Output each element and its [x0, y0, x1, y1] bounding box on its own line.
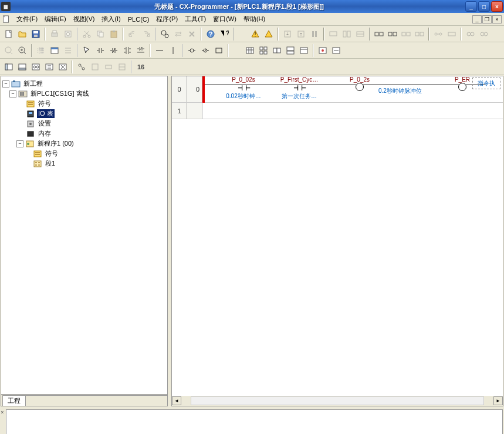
- coil-1[interactable]: P_0_2s: [342, 76, 377, 91]
- maximize-button[interactable]: □: [478, 1, 490, 12]
- link1-button[interactable]: [464, 28, 477, 41]
- scroll-right-button[interactable]: ►: [493, 396, 503, 405]
- print-button[interactable]: [48, 28, 61, 41]
- segment2-button[interactable]: [386, 28, 399, 41]
- menu-insert[interactable]: 插入(I): [98, 14, 124, 25]
- trace-button[interactable]: [354, 28, 367, 41]
- warning-button[interactable]: !: [249, 28, 262, 41]
- replace-button[interactable]: [172, 28, 185, 41]
- collapse-icon[interactable]: −: [16, 140, 23, 147]
- minimize-button[interactable]: _: [465, 1, 477, 12]
- view4-button[interactable]: [43, 60, 56, 73]
- contact-nc-button[interactable]: [107, 44, 120, 57]
- section4-button[interactable]: [116, 60, 128, 73]
- mdi-minimize-button[interactable]: _: [472, 15, 482, 23]
- scroll-left-button[interactable]: ◄: [172, 396, 181, 405]
- contact-no-button[interactable]: [94, 44, 107, 57]
- delete-button[interactable]: [185, 28, 198, 41]
- rung-body[interactable]: P_0_02s ⊣ ⊢ 0.02秒时钟… P_First_Cyc… ⊣ ⊢ 第一…: [202, 76, 503, 103]
- copy-button[interactable]: [94, 28, 107, 41]
- network1-button[interactable]: [432, 28, 445, 41]
- link2-button[interactable]: [478, 28, 491, 41]
- section3-button[interactable]: [102, 60, 115, 73]
- tree-memory[interactable]: 内存: [2, 129, 166, 139]
- view3-button[interactable]: [29, 60, 42, 73]
- zoom-out-button[interactable]: [2, 44, 15, 57]
- new-button[interactable]: [2, 28, 15, 41]
- print-preview-button[interactable]: [62, 28, 75, 41]
- menu-help[interactable]: 帮助(H): [240, 14, 269, 25]
- tree-symbols[interactable]: 符号: [2, 99, 166, 109]
- redo-button[interactable]: [140, 28, 153, 41]
- tree-plc[interactable]: − 新PLC1[CS1G] 离线: [2, 89, 166, 99]
- list-button[interactable]: [62, 44, 75, 57]
- contact-or-button[interactable]: [121, 44, 134, 57]
- mdi-close-button[interactable]: ×: [492, 15, 502, 23]
- select-button[interactable]: [80, 44, 93, 57]
- segment4-button[interactable]: [413, 28, 426, 41]
- network2-button[interactable]: [445, 28, 458, 41]
- tab-project[interactable]: 工程: [2, 395, 26, 406]
- instruction-button[interactable]: [212, 44, 225, 57]
- section1-button[interactable]: [75, 60, 88, 73]
- zoom-in-button[interactable]: [16, 44, 29, 57]
- collapse-icon[interactable]: −: [2, 80, 9, 88]
- menu-window[interactable]: 窗口(W): [209, 14, 240, 25]
- grid-button[interactable]: [35, 44, 48, 57]
- contact-2[interactable]: P_First_Cyc… ⊣ ⊢ 第一次任务…: [273, 76, 326, 100]
- tree-prog-symbols[interactable]: 符号: [2, 149, 166, 159]
- vertical-splitter[interactable]: [168, 75, 171, 407]
- view2-button[interactable]: [16, 60, 29, 73]
- coil-nc-button[interactable]: [199, 44, 212, 57]
- scroll-track[interactable]: [191, 396, 484, 405]
- cross-ref-button[interactable]: [243, 44, 256, 57]
- online-button[interactable]: [262, 28, 275, 41]
- view5-button[interactable]: [56, 60, 69, 73]
- ladder-scroll-h[interactable]: ◄ ►: [172, 396, 503, 406]
- save-button[interactable]: [29, 28, 42, 41]
- segment1-button[interactable]: [373, 28, 385, 41]
- instruction-box[interactable]: 指令执: [472, 78, 500, 89]
- tree-settings[interactable]: 设置: [2, 119, 166, 129]
- coil-button[interactable]: [185, 44, 198, 57]
- menu-tools[interactable]: 工具(T): [181, 14, 209, 25]
- pause-button[interactable]: [308, 28, 321, 41]
- section2-button[interactable]: [89, 60, 102, 73]
- paste-button[interactable]: [107, 28, 120, 41]
- address-button[interactable]: [316, 44, 329, 57]
- tree-root[interactable]: − 新工程: [2, 79, 166, 89]
- info-button[interactable]: ?: [204, 28, 217, 41]
- radix-16-button[interactable]: 16: [134, 60, 147, 73]
- watch-window-button[interactable]: [297, 44, 310, 57]
- tile-button[interactable]: [257, 44, 270, 57]
- output-pane[interactable]: [6, 409, 503, 434]
- menu-plc[interactable]: PLC(C): [124, 15, 153, 24]
- mnemonic-button[interactable]: [330, 44, 343, 57]
- menu-program[interactable]: 程序(P): [153, 14, 181, 25]
- monitor-button[interactable]: [327, 28, 340, 41]
- output-button[interactable]: [284, 44, 297, 57]
- collapse-icon[interactable]: −: [9, 90, 16, 97]
- tree-iotable[interactable]: IO 表: [2, 109, 166, 119]
- contact-ornc-button[interactable]: [134, 44, 147, 57]
- menu-view[interactable]: 视图(V): [70, 14, 99, 25]
- open-button[interactable]: [16, 28, 29, 41]
- download-button[interactable]: [281, 28, 294, 41]
- line-h-button[interactable]: [153, 44, 166, 57]
- cut-button[interactable]: [80, 28, 93, 41]
- window-button[interactable]: [48, 44, 61, 57]
- ladder-area[interactable]: 0 0 P_0_02s ⊣ ⊢ 0.02秒时钟… P_First_Cyc…: [172, 76, 503, 396]
- close-button[interactable]: ×: [491, 1, 503, 12]
- ladder-rung-1[interactable]: 1: [172, 103, 503, 119]
- cascade-button[interactable]: [270, 44, 283, 57]
- line-v-button[interactable]: [167, 44, 180, 57]
- undo-button[interactable]: [126, 28, 139, 41]
- tree-program[interactable]: − 新程序1 (00): [2, 139, 166, 149]
- project-tree[interactable]: − 新工程 − 新PLC1[CS1G] 离线 符号 IO 表: [1, 76, 167, 394]
- menu-edit[interactable]: 编辑(E): [41, 14, 70, 25]
- contact-1[interactable]: P_0_02s ⊣ ⊢ 0.02秒时钟…: [220, 76, 267, 100]
- find-button[interactable]: [158, 28, 171, 41]
- output-close-button[interactable]: ×: [0, 408, 5, 434]
- menu-file[interactable]: 文件(F): [13, 14, 41, 25]
- mdi-restore-button[interactable]: ❐: [482, 15, 492, 23]
